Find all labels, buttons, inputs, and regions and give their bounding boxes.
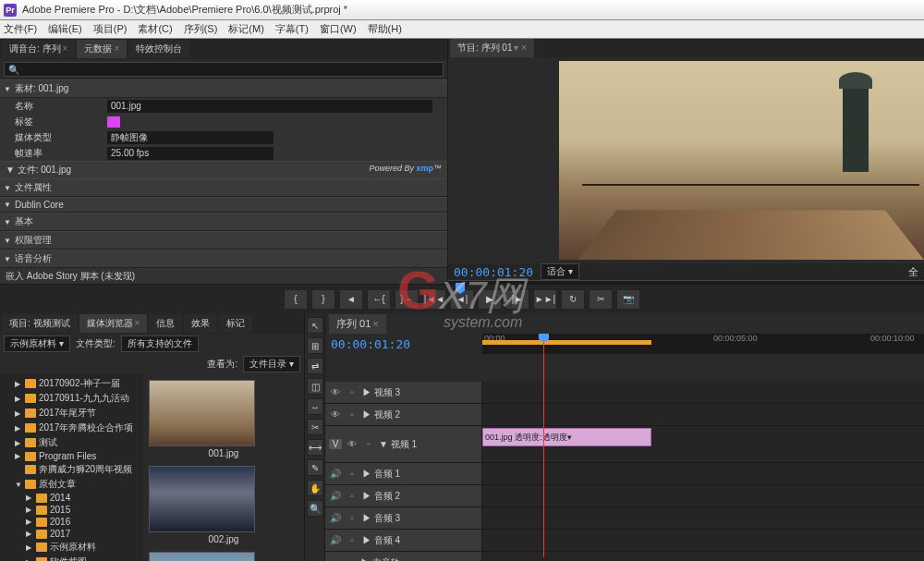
tab-markers[interactable]: 标记 (219, 314, 252, 333)
clip-001-jpg[interactable]: 001.jpg 透明度:透明度▾ (482, 428, 651, 446)
track-header-master[interactable]: ▶ 主音轨 (325, 552, 482, 561)
metadata-file-header[interactable]: ▼ 文件: 001.jpg (6, 164, 71, 177)
eye-icon[interactable]: 👁 (329, 409, 342, 420)
rolling-edit-tool[interactable]: ◫ (307, 378, 323, 395)
track-v1[interactable]: 001.jpg 透明度:透明度▾ (482, 426, 924, 462)
lift-button[interactable]: ✂ (589, 289, 613, 310)
menu-project[interactable]: 项目(P) (93, 22, 128, 36)
mark-out-button[interactable]: } (311, 289, 335, 310)
name-field[interactable]: 001.jpg (107, 100, 432, 113)
tab-program-monitor[interactable]: 节目: 序列 01▾ × (450, 39, 534, 57)
menu-marker[interactable]: 标记(M) (228, 22, 264, 36)
track-a1[interactable] (482, 463, 924, 484)
folder-item[interactable]: ▶示例原材料 (2, 540, 141, 555)
speech-analysis-header[interactable]: 语音分析 (0, 250, 447, 268)
step-forward-button[interactable]: ►►| (533, 289, 557, 310)
track-header-v3[interactable]: 👁▫▶ 视频 3 (325, 382, 482, 403)
dublin-core-header[interactable]: Dublin Core (0, 197, 447, 213)
program-timecode[interactable]: 00:00:01:20 (454, 265, 533, 279)
speaker-icon[interactable]: 🔊 (329, 469, 342, 479)
zoom-tool[interactable]: 🔍 (307, 500, 323, 517)
step-back-button[interactable]: |◄◄ (422, 289, 446, 310)
export-frame-button[interactable]: 📷 (616, 289, 640, 310)
timeline-timecode[interactable]: 00:00:01:20 (331, 337, 410, 351)
full-quality[interactable]: 全 (908, 265, 918, 279)
folder-item[interactable]: ▶测试 (2, 435, 141, 450)
track-v2[interactable] (482, 404, 924, 425)
track-header-a3[interactable]: 🔊▫▶ 音频 3 (325, 507, 482, 529)
menu-clip[interactable]: 素材(C) (138, 22, 172, 36)
selection-tool[interactable]: ↖ (307, 317, 323, 334)
track-header-a4[interactable]: 🔊▫▶ 音频 4 (325, 530, 482, 551)
track-a2[interactable] (482, 485, 924, 506)
metadata-clip-header[interactable]: 素材: 001.jpg (0, 79, 447, 98)
eye-icon[interactable]: 👁 (346, 439, 359, 449)
menu-file[interactable]: 文件(F) (4, 22, 37, 36)
eye-icon[interactable]: 👁 (329, 387, 342, 397)
fit-dropdown[interactable]: 适合 ▾ (541, 263, 579, 280)
filetype-dropdown[interactable]: 所有支持的文件 (121, 335, 199, 352)
rate-stretch-tool[interactable]: ↔ (307, 398, 323, 415)
speaker-icon[interactable]: 🔊 (329, 491, 342, 501)
track-v3[interactable] (482, 382, 924, 403)
label-color-swatch[interactable] (107, 116, 120, 128)
thumb-002[interactable]: 002.jpg (149, 466, 298, 544)
menu-window[interactable]: 窗口(W) (320, 22, 357, 36)
speaker-icon[interactable]: 🔊 (329, 535, 342, 545)
track-header-v1[interactable]: V👁▫▼ 视频 1 (325, 426, 482, 462)
frame-forward-button[interactable]: |► (505, 289, 529, 310)
folder-item[interactable]: ▶软件截图 (2, 555, 141, 561)
tab-info[interactable]: 信息 (149, 314, 182, 333)
tab-effect-controls[interactable]: 特效控制台 (128, 40, 189, 58)
program-scrubber[interactable] (448, 280, 924, 284)
folder-item[interactable]: 奔腾威力狮20周年视频 (2, 462, 141, 477)
folder-item[interactable]: ▼原创文章 (2, 477, 141, 492)
file-props-header[interactable]: 文件属性 (0, 178, 447, 197)
mark-in-button[interactable]: { (284, 289, 308, 310)
slip-tool[interactable]: ⟷ (307, 439, 323, 456)
folder-item[interactable]: ▶Program Files (2, 450, 141, 462)
track-header-a1[interactable]: 🔊▫▶ 音频 1 (325, 463, 482, 484)
folder-item[interactable]: ▶2017年奔腾校企合作项 (2, 421, 141, 435)
tab-effects[interactable]: 效果 (184, 314, 217, 333)
tab-sequence-01[interactable]: 序列 01× (329, 314, 386, 334)
folder-item[interactable]: ▶20170911-九九九活动 (2, 391, 141, 406)
folder-item[interactable]: ▶2015 (2, 504, 141, 516)
menu-title[interactable]: 字幕(T) (275, 22, 309, 36)
pen-tool[interactable]: ✎ (307, 459, 323, 476)
ripple-edit-tool[interactable]: ⇄ (307, 358, 323, 374)
goto-in-button[interactable]: ←{ (367, 289, 391, 310)
preset-dropdown[interactable]: 示例原材料 ▾ (4, 335, 70, 352)
thumb-001[interactable]: 001.jpg (149, 380, 298, 458)
speaker-icon[interactable]: 🔊 (329, 513, 342, 523)
track-header-v2[interactable]: 👁▫▶ 视频 2 (325, 404, 482, 425)
track-select-tool[interactable]: ⊞ (307, 337, 323, 354)
timeline-ruler[interactable]: 00:00 00:00:05:00 00:00:10:00 00:00:15:0… (482, 334, 924, 354)
basic-header[interactable]: 基本 (0, 213, 447, 231)
track-master[interactable] (482, 552, 924, 561)
menu-edit[interactable]: 编辑(E) (48, 22, 82, 36)
program-video-preview[interactable] (559, 61, 924, 260)
folder-item[interactable]: ▶2017年尾牙节 (2, 406, 141, 421)
hand-tool[interactable]: ✋ (307, 480, 323, 496)
tab-media-browser[interactable]: 媒体浏览器× (79, 314, 148, 333)
track-header-a2[interactable]: 🔊▫▶ 音频 2 (325, 485, 482, 506)
track-a4[interactable] (482, 530, 924, 551)
folder-item[interactable]: ▶2014 (2, 492, 141, 504)
play-button[interactable]: ▶ (478, 289, 502, 310)
folder-item[interactable]: ▶2017 (2, 528, 141, 540)
track-a3[interactable] (482, 507, 924, 529)
tab-audio-mixer[interactable]: 调音台: 序列× (2, 40, 75, 58)
thumb-003[interactable] (149, 552, 298, 561)
folder-item[interactable]: ▶2016 (2, 516, 141, 528)
loop-button[interactable]: ↻ (561, 289, 585, 310)
metadata-search-input[interactable]: 🔍 (4, 62, 444, 77)
goto-out-button[interactable]: }→ (395, 289, 419, 310)
razor-tool[interactable]: ✂ (307, 419, 323, 435)
tab-metadata[interactable]: 元数据× (77, 40, 127, 58)
tab-project[interactable]: 项目: 视频测试 (2, 314, 78, 333)
add-marker-button[interactable]: ◄ (339, 289, 363, 310)
folder-item[interactable]: ▶20170902-神子一届 (2, 376, 141, 391)
v-target[interactable]: V (329, 439, 342, 449)
menu-help[interactable]: 帮助(H) (368, 22, 402, 36)
